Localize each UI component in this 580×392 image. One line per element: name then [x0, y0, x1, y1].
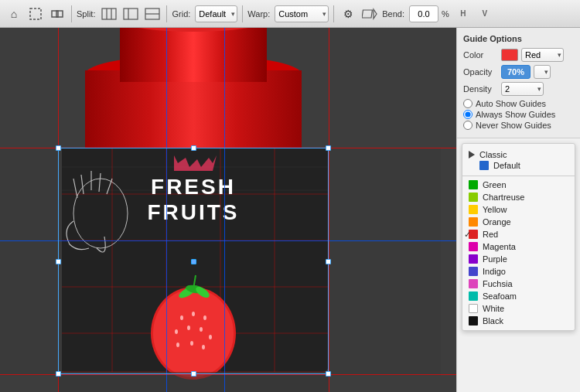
opacity-input[interactable]	[501, 65, 531, 79]
color-row: Color Red	[463, 48, 574, 62]
radio-never[interactable]	[463, 121, 473, 130]
color-dot-seafoam	[469, 291, 478, 301]
color-item-chartreuse[interactable]: Chartreuse	[462, 191, 575, 203]
svg-marker-11	[374, 9, 377, 19]
color-item-orange[interactable]: Orange	[462, 216, 575, 228]
default-square-icon	[479, 161, 489, 170]
svg-rect-10	[362, 10, 372, 18]
main-area: FRESH FRUITS	[0, 28, 580, 392]
color-item-label-black: Black	[483, 316, 503, 326]
classic-section: Classic Default	[462, 147, 575, 173]
split-vert-icon[interactable]	[121, 5, 140, 23]
radio-never-label[interactable]: Never Show Guides	[476, 121, 551, 130]
svg-rect-0	[30, 9, 41, 19]
split-horiz-icon[interactable]	[143, 5, 162, 23]
opacity-label: Opacity	[463, 67, 498, 77]
color-item-label-indigo: Indigo	[483, 267, 506, 276]
bend-label: Bend:	[382, 9, 404, 19]
warp-select-wrap[interactable]: Custom	[275, 5, 329, 22]
color-item-label-green: Green	[483, 180, 507, 189]
color-dot-magenta	[469, 242, 478, 251]
svg-rect-15	[120, 28, 267, 82]
density-select[interactable]: 2	[501, 82, 544, 96]
color-dot-white	[469, 304, 478, 313]
split-label: Split:	[77, 9, 95, 19]
checkbox-icon[interactable]	[48, 5, 67, 23]
color-item-magenta[interactable]: Magenta	[462, 240, 575, 253]
color-dot-indigo	[469, 267, 478, 276]
radio-auto[interactable]	[463, 99, 473, 108]
grid-select-wrap[interactable]: Default	[195, 5, 237, 22]
classic-label: Classic	[479, 150, 507, 159]
opacity-select[interactable]	[534, 65, 551, 79]
svg-point-47	[200, 327, 203, 332]
color-dot-fuchsia	[469, 279, 478, 288]
radio-always-row: Always Show Guides	[463, 110, 574, 119]
color-item-yellow[interactable]: Yellow	[462, 203, 575, 216]
svg-text:FRUITS: FRUITS	[147, 200, 239, 224]
color-item-label-magenta: Magenta	[483, 242, 516, 251]
color-swatch[interactable]	[501, 49, 518, 61]
color-item-fuchsia[interactable]: Fuchsia	[462, 278, 575, 290]
sep4	[333, 5, 334, 22]
color-item-black[interactable]: Black	[462, 315, 575, 327]
color-dot-green	[469, 180, 478, 189]
svg-point-46	[187, 326, 190, 330]
radio-always-label[interactable]: Always Show Guides	[476, 110, 555, 119]
bend-h-icon[interactable]: H	[454, 5, 473, 23]
color-select[interactable]: Red	[521, 48, 564, 62]
color-item-label-seafoam: Seafoam	[483, 291, 517, 301]
grid-select[interactable]: Default	[195, 5, 237, 22]
transform-icon[interactable]	[360, 5, 379, 23]
warp-label: Warp:	[247, 9, 270, 19]
home-icon[interactable]: ⌂	[5, 5, 23, 23]
color-item-green[interactable]: Green	[462, 179, 575, 191]
radio-never-row: Never Show Guides	[463, 121, 574, 130]
svg-point-43	[192, 312, 195, 316]
color-item-label-red: Red	[483, 230, 498, 239]
right-panel: Guide Options Color Red Opacity	[456, 28, 580, 392]
classic-triangle-icon	[469, 151, 475, 159]
svg-point-44	[203, 315, 206, 320]
opacity-select-wrap[interactable]	[534, 65, 551, 79]
color-item-seafoam[interactable]: Seafoam	[462, 290, 575, 302]
color-item-white[interactable]: White	[462, 302, 575, 315]
svg-text:FRESH: FRESH	[151, 175, 236, 199]
svg-point-41	[153, 289, 234, 377]
guide-options-panel: Guide Options Color Red Opacity	[457, 28, 580, 138]
canvas-area[interactable]: FRESH FRUITS	[0, 28, 456, 392]
color-item-red[interactable]: ✓Red	[462, 228, 575, 240]
color-dot-black	[469, 316, 478, 326]
radio-always[interactable]	[463, 110, 473, 119]
bend-v-icon[interactable]: V	[476, 5, 494, 23]
toolbar: ⌂ Split: Grid:	[0, 0, 580, 28]
density-select-wrap[interactable]: 2	[501, 82, 544, 96]
color-item-purple[interactable]: Purple	[462, 253, 575, 265]
svg-rect-6	[124, 9, 138, 19]
density-row: Density 2	[463, 82, 574, 96]
bend-input[interactable]	[409, 5, 438, 22]
svg-rect-56	[0, 148, 62, 376]
color-dot-yellow	[469, 205, 478, 214]
color-item-label-orange: Orange	[483, 217, 511, 227]
color-dot-purple	[469, 254, 478, 264]
split-grid-icon[interactable]	[100, 5, 118, 23]
opacity-row: Opacity	[463, 65, 574, 79]
grid-label: Grid:	[172, 9, 190, 19]
warp-select[interactable]: Custom	[275, 5, 329, 22]
sep2	[166, 5, 167, 22]
svg-point-50	[190, 341, 193, 346]
svg-rect-58	[58, 372, 329, 392]
settings-icon[interactable]: ⚙	[339, 5, 357, 23]
bend-percent: %	[442, 9, 449, 19]
sep3	[242, 5, 243, 22]
color-items-container: GreenChartreuseYellowOrange✓RedMagentaPu…	[462, 179, 575, 327]
radio-auto-label[interactable]: Auto Show Guides	[476, 99, 546, 108]
color-item-indigo[interactable]: Indigo	[462, 265, 575, 278]
selection-tool-icon[interactable]	[26, 5, 45, 23]
sep1	[71, 5, 72, 22]
radio-auto-row: Auto Show Guides	[463, 99, 574, 108]
color-item-label-purple: Purple	[483, 254, 507, 264]
color-dropdown: Classic Default GreenChartreuseYellowOra…	[462, 143, 575, 331]
color-select-wrap[interactable]: Red	[521, 48, 564, 62]
